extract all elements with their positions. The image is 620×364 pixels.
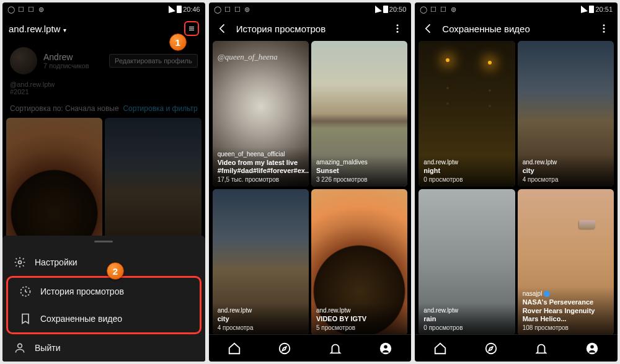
shazam-icon: ⊚ <box>244 6 251 13</box>
clock-icon: ☐ <box>440 6 447 13</box>
svg-point-12 <box>603 24 605 26</box>
video-author: and.rew.lptw <box>218 307 304 314</box>
battery-icon <box>177 6 182 13</box>
signal-icon <box>581 6 588 13</box>
opera-icon: ◯ <box>7 6 15 13</box>
profile-content: Andrew 7 подписчиков Редактировать профи… <box>2 41 205 362</box>
video-views: 108 просмотров <box>523 324 609 331</box>
video-title: rain <box>423 315 510 323</box>
bottom-nav <box>209 334 412 362</box>
svg-point-8 <box>397 31 399 33</box>
menu-icon[interactable] <box>184 21 199 36</box>
svg-point-17 <box>590 345 594 348</box>
nav-profile-icon[interactable] <box>585 342 599 355</box>
calendar-icon: ☐ <box>430 6 437 13</box>
back-icon[interactable] <box>215 21 230 36</box>
video-author: nasajpl <box>523 290 609 297</box>
verified-badge-icon <box>544 291 550 297</box>
video-thumb[interactable]: and.rew.lptw VIDEO BY IGTV 5 просмотров <box>311 189 407 334</box>
page-title: История просмотров <box>236 24 391 34</box>
video-thumb[interactable]: and.rew.lptw rain 0 просмотров <box>418 189 515 334</box>
video-author: and.rew.lptw <box>523 159 609 166</box>
nav-explore-icon[interactable] <box>278 342 291 355</box>
video-author: queen_of_heena_official <box>218 151 304 158</box>
video-author: amazing_maldives <box>316 159 402 166</box>
video-thumb[interactable]: and.rew.lptw city 4 просмотра <box>213 189 309 334</box>
video-views: 17,5 тыс. просмотров <box>218 176 304 183</box>
bottom-nav <box>415 334 618 362</box>
page-title: Сохраненные видео <box>442 24 596 34</box>
svg-point-3 <box>19 261 22 264</box>
nav-notifications-icon[interactable] <box>329 342 342 355</box>
username-dropdown[interactable]: and.rew.lptw ▾ <box>9 24 184 34</box>
video-title: city <box>523 167 609 175</box>
video-title: Sunset <box>316 167 402 175</box>
sheet-item-settings[interactable]: Настройки <box>2 249 205 276</box>
clock-icon: ☐ <box>27 6 35 13</box>
status-bar: ◯ ☐ ☐ ⊚ 20:46 <box>2 2 205 16</box>
video-views: 3 226 просмотров <box>316 176 402 183</box>
battery-icon <box>589 6 594 13</box>
sheet-item-saved[interactable]: Сохраненные видео <box>8 305 200 332</box>
video-thumb[interactable]: nasajpl NASA's Perseverance Rover Hears … <box>518 189 614 334</box>
video-title: VIDEO BY IGTV <box>316 315 402 323</box>
video-thumb[interactable]: amazing_maldives Sunset 3 226 просмотров <box>311 41 407 187</box>
nav-home-icon[interactable] <box>433 342 447 355</box>
video-author: and.rew.lptw <box>423 307 510 314</box>
video-title: city <box>218 315 304 323</box>
clock-time: 20:46 <box>183 6 200 13</box>
video-title: Video from my latest live #fmily#dad#lif… <box>218 159 304 175</box>
shazam-icon: ⊚ <box>450 6 457 13</box>
signal-icon <box>169 6 175 13</box>
sheet-handle[interactable] <box>94 241 113 242</box>
watermark: @queen_of_heena <box>218 52 278 62</box>
screen-saved: ◯ ☐ ☐ ⊚ 20:51 Сохраненные видео and.rew.… <box>415 2 618 362</box>
annotation-marker-2: 2 <box>107 262 124 280</box>
video-title: night <box>423 167 510 175</box>
sheet-item-logout[interactable]: Выйти <box>2 334 205 362</box>
sheet-label: Выйти <box>35 343 60 353</box>
back-icon[interactable] <box>421 21 436 36</box>
video-views: 0 просмотров <box>423 176 510 183</box>
nav-profile-icon[interactable] <box>379 342 392 355</box>
history-icon <box>19 285 32 298</box>
svg-point-9 <box>280 343 290 353</box>
nav-home-icon[interactable] <box>228 342 241 355</box>
app-bar: Сохраненные видео <box>415 16 618 41</box>
status-bar: ◯ ☐ ☐ ⊚ 20:50 <box>209 2 412 16</box>
opera-icon: ◯ <box>214 6 221 13</box>
video-author: and.rew.lptw <box>423 159 510 166</box>
video-views: 0 просмотров <box>423 324 510 331</box>
clock-time: 20:50 <box>389 6 407 13</box>
video-views: 4 просмотра <box>523 176 609 183</box>
clock-time: 20:51 <box>595 6 613 13</box>
opera-icon: ◯ <box>420 6 427 13</box>
status-bar: ◯ ☐ ☐ ⊚ 20:51 <box>415 2 618 16</box>
signal-icon <box>375 6 382 13</box>
more-icon[interactable] <box>390 21 405 36</box>
svg-point-14 <box>603 31 605 33</box>
nav-notifications-icon[interactable] <box>534 342 548 355</box>
svg-point-6 <box>397 24 399 26</box>
shazam-icon: ⊚ <box>37 6 45 13</box>
screen-profile: ◯ ☐ ☐ ⊚ 20:46 and.rew.lptw ▾ Andrew 7 по… <box>2 2 205 362</box>
nav-explore-icon[interactable] <box>484 342 498 355</box>
video-thumb[interactable]: and.rew.lptw night 0 просмотров <box>418 41 515 187</box>
more-icon[interactable] <box>596 21 611 36</box>
battery-icon <box>383 6 388 13</box>
calendar-icon: ☐ <box>224 6 231 13</box>
bookmark-icon <box>19 313 32 325</box>
video-thumb[interactable]: @queen_of_heena queen_of_heena_official … <box>213 41 309 187</box>
annotation-marker-1: 1 <box>169 33 187 51</box>
clock-icon: ☐ <box>234 6 241 13</box>
bottom-sheet: Настройки История просмотров Сохраненные… <box>2 236 205 362</box>
logout-icon <box>14 342 26 354</box>
video-views: 5 просмотров <box>316 324 402 331</box>
svg-point-5 <box>18 344 22 348</box>
screen-history: ◯ ☐ ☐ ⊚ 20:50 История просмотров @queen_… <box>209 2 412 362</box>
svg-point-7 <box>397 28 399 30</box>
sheet-item-history[interactable]: История просмотров <box>8 278 200 305</box>
sheet-label: Настройки <box>35 257 78 267</box>
video-thumb[interactable]: and.rew.lptw city 4 просмотра <box>518 41 614 187</box>
app-bar: История просмотров <box>209 16 412 41</box>
